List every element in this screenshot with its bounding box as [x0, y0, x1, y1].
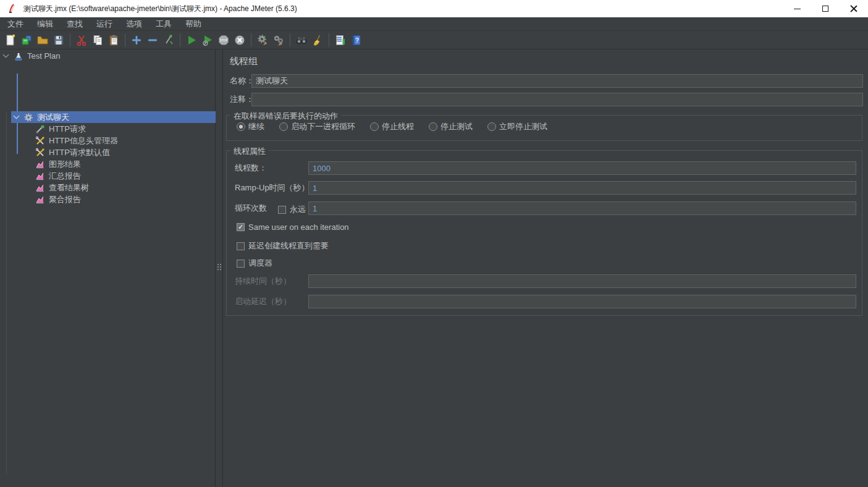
toolbar-separator: [70, 33, 70, 47]
radio-start-next-loop[interactable]: 启动下一进程循环: [279, 121, 355, 132]
menu-file[interactable]: 文件: [1, 17, 30, 31]
radio-icon: [279, 122, 288, 131]
loop-count-input[interactable]: [308, 201, 856, 215]
radio-continue[interactable]: 继续: [237, 121, 264, 132]
radio-icon: [237, 122, 245, 131]
num-threads-input[interactable]: [308, 161, 856, 175]
same-user-checkbox[interactable]: ✓ Same user on each iteration: [237, 222, 349, 232]
titlebar: 测试聊天.jmx (E:\software\apache-jmeter\bin\…: [0, 0, 868, 17]
sampler-icon: [35, 124, 45, 134]
radio-icon: [487, 122, 496, 131]
plus-icon: [130, 34, 143, 46]
thread-group-icon: [23, 112, 33, 122]
delayed-start-checkbox[interactable]: 延迟创建线程直到需要: [237, 240, 329, 252]
start-play-icon: [185, 34, 198, 46]
tree-item-label: 图形结果: [49, 159, 81, 170]
name-label: 名称：: [230, 74, 254, 88]
ramp-up-label: Ramp-Up时间（秒）：: [235, 181, 318, 195]
page-title: 线程组: [230, 56, 258, 67]
listener-icon: [35, 159, 45, 169]
toolbar-separator: [125, 33, 125, 47]
cut-scissors-icon: [75, 34, 88, 46]
toolbar-separator: [251, 33, 251, 47]
radio-stop-test-now[interactable]: 立即停止测试: [487, 121, 547, 132]
expand-all-button[interactable]: [129, 32, 145, 48]
menu-edit[interactable]: 编辑: [31, 17, 59, 31]
listener-icon: [35, 171, 45, 181]
tree-guide-line: [6, 111, 7, 475]
clear-all-button[interactable]: [271, 32, 287, 48]
radio-stop-thread[interactable]: 停止线程: [370, 121, 414, 132]
panel-splitter[interactable]: [216, 49, 223, 487]
help-book-icon: ?: [350, 34, 363, 46]
close-icon: [850, 5, 857, 12]
window-title: 测试聊天.jmx (E:\software\apache-jmeter\bin\…: [23, 4, 297, 14]
clear-all-gears-broom-icon: [272, 34, 285, 46]
tree-item-thread-group[interactable]: 测试聊天: [11, 111, 216, 123]
toolbar-separator: [329, 33, 329, 47]
help-button[interactable]: ?: [348, 32, 364, 48]
loop-forever-checkbox[interactable]: 永远: [278, 204, 306, 215]
ramp-up-input[interactable]: [308, 181, 856, 195]
num-threads-label: 线程数：: [235, 161, 267, 175]
chevron-down-icon[interactable]: [14, 113, 20, 119]
stop-icon: STOP: [217, 34, 230, 46]
listener-icon: [35, 183, 45, 193]
clear-gear-broom-icon: [256, 34, 269, 46]
new-file-button[interactable]: [2, 32, 19, 48]
checkbox-label: Same user on each iteration: [248, 222, 349, 232]
cut-button[interactable]: [74, 32, 90, 48]
radio-icon: [370, 122, 379, 131]
radio-stop-test[interactable]: 停止测试: [429, 121, 473, 132]
function-helper-button[interactable]: [332, 32, 348, 48]
window-controls: [783, 0, 868, 17]
checkbox-icon: [278, 206, 286, 214]
menu-run[interactable]: 运行: [90, 17, 119, 31]
test-plan-tree: Test Plan 测试聊天 HTTP请求: [0, 49, 216, 487]
menu-options[interactable]: 选项: [120, 17, 148, 31]
start-button[interactable]: [183, 32, 200, 48]
radio-label: 停止线程: [382, 121, 414, 132]
templates-button[interactable]: [19, 32, 35, 48]
start-no-timers-button[interactable]: [200, 32, 216, 48]
maximize-icon: [822, 6, 828, 12]
tree-item-label: HTTP信息头管理器: [49, 135, 118, 146]
checkbox-label: 永远: [290, 204, 306, 215]
menu-help[interactable]: 帮助: [179, 17, 208, 31]
shutdown-button[interactable]: [232, 32, 248, 48]
close-button[interactable]: [840, 0, 868, 17]
shutdown-icon: [234, 34, 246, 46]
menu-tools[interactable]: 工具: [150, 17, 178, 31]
radio-label: 停止测试: [440, 121, 473, 132]
checkbox-icon: [237, 242, 245, 250]
binoculars-search-icon: [295, 34, 308, 46]
minimize-button[interactable]: [783, 0, 811, 17]
tree-item-label: Test Plan: [27, 51, 60, 61]
stop-button[interactable]: STOP: [216, 32, 232, 48]
thread-group-panel: 线程组 名称： 注释： 在取样器错误后要执行的动作 继续 启动下一进程循环: [223, 49, 868, 487]
collapse-all-button[interactable]: [145, 32, 161, 48]
tree-item-test-plan[interactable]: Test Plan: [0, 50, 216, 62]
search-button[interactable]: [293, 32, 310, 48]
toolbar-separator: [290, 33, 290, 47]
radio-label: 立即停止测试: [499, 121, 547, 132]
toggle-button[interactable]: [161, 32, 177, 48]
name-input[interactable]: [251, 74, 863, 88]
clear-search-button[interactable]: [310, 32, 326, 48]
open-file-button[interactable]: [35, 32, 51, 48]
startup-delay-label: 启动延迟（秒）: [235, 295, 291, 308]
save-button[interactable]: [51, 32, 67, 48]
paste-button[interactable]: [106, 32, 122, 48]
templates-icon: [20, 34, 33, 46]
thread-properties-groupbox: 线程属性: [226, 150, 862, 316]
chevron-down-icon[interactable]: [3, 52, 9, 58]
maximize-button[interactable]: [811, 0, 840, 17]
copy-button[interactable]: [90, 32, 106, 48]
menu-search[interactable]: 查找: [61, 17, 89, 31]
menubar: 文件 编辑 查找 运行 选项 工具 帮助: [0, 17, 868, 31]
open-folder-icon: [36, 34, 49, 46]
clear-button[interactable]: [255, 32, 271, 48]
scheduler-checkbox[interactable]: 调度器: [237, 258, 272, 269]
comment-input[interactable]: [251, 93, 863, 106]
minus-icon: [146, 34, 159, 46]
